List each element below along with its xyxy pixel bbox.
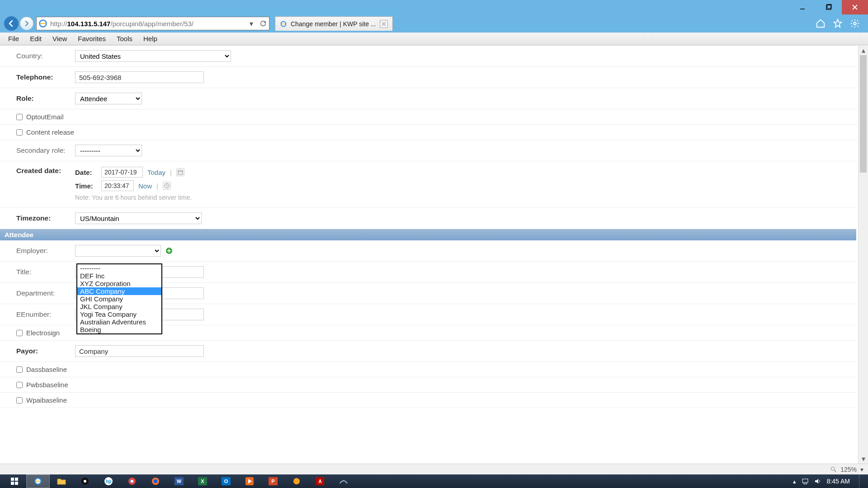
content-release-checkbox[interactable] — [16, 129, 23, 136]
taskbar-chrome-icon[interactable] — [120, 474, 144, 488]
favorites-star-icon[interactable] — [832, 18, 844, 29]
date-input[interactable] — [101, 167, 143, 178]
svg-rect-18 — [11, 482, 14, 485]
window-close-button[interactable] — [842, 0, 868, 14]
nav-forward-button[interactable] — [20, 17, 33, 30]
employer-option[interactable]: DEF Inc — [77, 272, 161, 280]
timezone-select[interactable]: US/Mountain — [75, 212, 202, 224]
taskbar-media-icon[interactable] — [238, 474, 261, 488]
nav-back-button[interactable] — [4, 16, 19, 31]
employer-option[interactable]: Yogi Tea Company — [77, 310, 161, 318]
page-content: Country: United States Telephone: Role: … — [0, 45, 868, 464]
now-link[interactable]: Now — [138, 182, 152, 190]
vertical-scrollbar[interactable]: ▴ ▾ — [858, 45, 868, 464]
employer-select[interactable] — [75, 245, 161, 257]
secondary-role-label: Secondary role: — [16, 146, 75, 155]
today-link[interactable]: Today — [147, 169, 165, 176]
clock-icon[interactable] — [163, 182, 171, 190]
time-input[interactable] — [101, 180, 134, 191]
employer-option[interactable]: --------- — [77, 264, 161, 272]
payor-input[interactable] — [75, 345, 204, 357]
taskbar-app-icon-2[interactable] — [285, 474, 308, 488]
optout-email-checkbox[interactable] — [16, 114, 23, 120]
taskbar-hp-icon[interactable]: hp — [97, 474, 120, 488]
section-header-attendee: Attendee — [0, 229, 856, 240]
taskbar-paint-icon[interactable] — [332, 474, 355, 488]
taskbar-explorer-icon[interactable] — [50, 474, 73, 488]
svg-point-43 — [341, 481, 343, 483]
zoom-dropdown-icon[interactable]: ▾ — [860, 466, 863, 473]
svg-rect-16 — [11, 478, 14, 481]
svg-point-45 — [345, 481, 346, 483]
role-label: Role: — [16, 94, 75, 103]
menu-help[interactable]: Help — [138, 33, 163, 44]
calendar-icon[interactable] — [176, 168, 184, 176]
employer-option[interactable]: GHI Company — [77, 295, 161, 303]
browser-tab[interactable]: Change member | KWP site ... — [275, 16, 393, 31]
menu-view[interactable]: View — [47, 33, 72, 44]
start-button[interactable] — [3, 474, 26, 488]
zoom-icon — [830, 466, 837, 473]
svg-rect-10 — [178, 170, 183, 174]
wpaibaseline-label: Wpaibaseline — [26, 396, 67, 404]
system-tray[interactable]: ▴ 8:45 AM — [793, 474, 865, 488]
employer-option[interactable]: XYZ Corporation — [77, 280, 161, 287]
taskbar-app-icon-1[interactable] — [73, 474, 97, 488]
country-select[interactable]: United States — [75, 50, 231, 62]
taskbar-firefox-icon[interactable] — [144, 474, 167, 488]
wpaibaseline-checkbox[interactable] — [16, 397, 23, 404]
menu-tools[interactable]: Tools — [111, 33, 138, 44]
employer-option[interactable]: ABC Company — [77, 287, 161, 295]
address-url[interactable]: http://104.131.5.147/porcupin8/app/membe… — [49, 20, 245, 28]
pwbsbaseline-checkbox[interactable] — [16, 382, 23, 388]
employer-option[interactable]: Boeing — [77, 326, 161, 333]
svg-text:P: P — [271, 479, 274, 484]
created-date-label: Created date: — [16, 167, 75, 175]
tray-clock[interactable]: 8:45 AM — [827, 478, 850, 485]
scroll-down-button[interactable]: ▾ — [859, 454, 868, 464]
svg-text:hp: hp — [106, 479, 111, 484]
menu-edit[interactable]: Edit — [24, 33, 47, 44]
show-desktop-button[interactable] — [859, 474, 863, 488]
taskbar-excel-icon[interactable]: X — [191, 474, 214, 488]
window-minimize-button[interactable] — [789, 0, 816, 14]
status-bar: 125% ▾ — [0, 464, 868, 474]
settings-gear-icon[interactable] — [849, 18, 861, 29]
zoom-level[interactable]: 125% — [840, 466, 857, 473]
employer-dropdown-list[interactable]: ---------DEF IncXYZ CorporationABC Compa… — [76, 263, 162, 334]
address-bar[interactable]: http://104.131.5.147/porcupin8/app/membe… — [36, 17, 269, 30]
home-icon[interactable] — [815, 18, 826, 29]
scroll-up-button[interactable]: ▴ — [859, 45, 868, 55]
menu-favorites[interactable]: Favorites — [72, 33, 111, 44]
refresh-button[interactable] — [257, 20, 269, 27]
time-sublabel: Time: — [75, 182, 97, 190]
add-employer-icon[interactable] — [165, 247, 173, 254]
tray-volume-icon[interactable] — [814, 478, 821, 485]
employer-option[interactable]: JKL Company — [77, 303, 161, 310]
taskbar-acrobat-icon[interactable]: A — [308, 474, 332, 488]
secondary-role-select[interactable]: --------- — [75, 145, 142, 156]
tray-action-center-icon[interactable] — [802, 478, 809, 485]
taskbar-powerpoint-icon[interactable]: P — [261, 474, 285, 488]
svg-point-44 — [343, 480, 344, 482]
svg-rect-46 — [802, 479, 808, 483]
address-dropdown-button[interactable]: ▾ — [245, 19, 257, 28]
taskbar-word-icon[interactable]: W — [167, 474, 191, 488]
telephone-input[interactable] — [75, 71, 204, 83]
dassbaseline-checkbox[interactable] — [16, 366, 23, 373]
svg-text:A: A — [318, 479, 321, 484]
electrosign-checkbox[interactable] — [16, 330, 23, 336]
role-select[interactable]: Attendee — [75, 93, 142, 104]
scroll-thumb[interactable] — [860, 55, 867, 173]
pwbsbaseline-label: Pwbsbaseline — [26, 381, 68, 389]
eenumber-label: EEnumber: — [16, 310, 75, 319]
taskbar-ie-icon[interactable] — [26, 474, 50, 488]
taskbar-outlook-icon[interactable]: O — [214, 474, 238, 488]
window-maximize-button[interactable] — [816, 0, 842, 14]
content-release-label: Content release — [26, 128, 74, 136]
tab-close-button[interactable] — [380, 20, 388, 28]
menu-file[interactable]: File — [3, 33, 24, 44]
tray-chevron-icon[interactable]: ▴ — [793, 478, 796, 485]
svg-text:O: O — [224, 479, 228, 484]
employer-option[interactable]: Australian Adventures — [77, 318, 161, 326]
